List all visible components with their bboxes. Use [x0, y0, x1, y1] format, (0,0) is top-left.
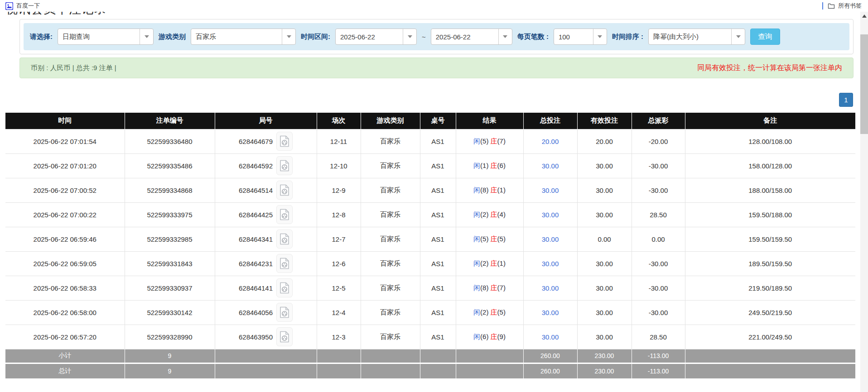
search-button[interactable]: 查询	[750, 29, 780, 45]
cell-payout: -30.00	[632, 153, 685, 178]
cell-payout: 28.50	[632, 202, 685, 227]
cell-total-bet[interactable]: 30.00	[523, 153, 577, 178]
cell-round-no: 628464425	[215, 202, 317, 227]
cell-payout: 28.50	[632, 325, 685, 349]
total-row-cell	[456, 363, 523, 378]
cell-session: 12-4	[317, 300, 361, 325]
cell-total-bet[interactable]: 30.00	[523, 251, 577, 276]
total-row-cell: 9	[125, 363, 215, 378]
total-bet-link[interactable]: 20.00	[542, 138, 559, 145]
total-row-cell: 230.00	[577, 363, 632, 378]
table-row: 2025-06-22 07:01:20522599335486628464592…	[5, 153, 855, 178]
round-number: 628464141	[239, 284, 273, 292]
cell-result: 闲(6) 庄(9)	[456, 325, 523, 349]
cell-total-bet[interactable]: 30.00	[523, 178, 577, 202]
cell-bet-no: 522599328990	[125, 325, 215, 349]
cell-total-bet[interactable]: 30.00	[523, 202, 577, 227]
cell-session: 12-3	[317, 325, 361, 349]
video-replay-button[interactable]	[276, 132, 293, 151]
total-row-cell: -113.00	[632, 363, 685, 378]
banker-score: (4)	[497, 210, 506, 218]
cell-result: 闲(2) 庄(4)	[456, 202, 523, 227]
video-replay-button[interactable]	[276, 303, 293, 322]
round-number: 628464679	[239, 138, 273, 145]
bookmark-baidu[interactable]: 百度一下	[5, 2, 40, 10]
video-replay-button[interactable]	[276, 181, 293, 200]
subtotal-row-cell: 小计	[5, 349, 125, 363]
cell-round-no: 628464679	[215, 129, 317, 153]
pagination-page-1[interactable]: 1	[839, 93, 853, 107]
cell-remark: 249.50/219.50	[685, 300, 855, 325]
round-number: 628464341	[239, 235, 273, 243]
player-score: (2)	[480, 210, 488, 218]
player-score: (2)	[480, 259, 488, 267]
video-replay-button[interactable]	[276, 229, 293, 249]
query-type-select[interactable]: 日期查询	[58, 29, 154, 45]
table-row: 2025-06-22 07:01:54522599336480628464679…	[5, 129, 855, 153]
table-row: 2025-06-22 06:58:00522599330142628464056…	[5, 300, 855, 325]
cell-table-no: AS1	[420, 178, 456, 202]
cell-round-no: 628464056	[215, 300, 317, 325]
video-replay-button[interactable]	[276, 327, 293, 346]
cell-result: 闲(2) 庄(5)	[456, 300, 523, 325]
cell-result: 闲(1) 庄(6)	[456, 153, 523, 178]
table-row: 2025-06-22 07:00:52522599334868628464514…	[5, 178, 855, 202]
video-replay-button[interactable]	[276, 278, 293, 297]
vertical-scrollbar[interactable]	[860, 12, 868, 392]
banker-score: (5)	[497, 308, 506, 316]
game-type-select[interactable]: 百家乐	[191, 29, 296, 45]
image-icon	[5, 2, 13, 10]
player-label: 闲	[473, 235, 480, 243]
cell-total-bet[interactable]: 30.00	[523, 300, 577, 325]
subtotal-row-cell	[685, 349, 855, 363]
cell-total-bet[interactable]: 20.00	[523, 129, 577, 153]
cell-session: 12-9	[317, 178, 361, 202]
cell-round-no: 628464231	[215, 251, 317, 276]
table-row: 2025-06-22 07:00:22522599333975628464425…	[5, 202, 855, 227]
round-number: 628464514	[239, 186, 273, 194]
page-size-select[interactable]: 100	[554, 29, 607, 45]
cell-bet-no: 522599330142	[125, 300, 215, 325]
banker-score: (1)	[497, 259, 506, 267]
chevron-down-icon	[403, 29, 416, 44]
all-bookmarks-button[interactable]: 所有书签	[828, 2, 862, 10]
cell-time: 2025-06-22 07:00:52	[5, 178, 125, 202]
cell-session: 12-10	[317, 153, 361, 178]
video-replay-button[interactable]	[276, 156, 293, 175]
folder-icon	[828, 3, 835, 9]
cell-total-bet[interactable]: 30.00	[523, 227, 577, 251]
total-bet-link[interactable]: 30.00	[542, 162, 559, 170]
page-size-value: 100	[554, 29, 593, 44]
sort-order-select[interactable]: 降幂(由大到小)	[648, 29, 745, 45]
scrollbar-thumb[interactable]	[860, 34, 868, 134]
cell-bet-no: 522599334868	[125, 178, 215, 202]
scroll-up-arrow-icon[interactable]	[860, 12, 868, 20]
total-bet-link[interactable]: 30.00	[542, 260, 559, 268]
subtotal-row-cell: -113.00	[632, 349, 685, 363]
player-score: (8)	[480, 284, 488, 292]
cell-total-bet[interactable]: 30.00	[523, 276, 577, 300]
column-header: 注单编号	[125, 113, 215, 129]
banker-label: 庄	[491, 284, 497, 292]
table-row: 2025-06-22 06:57:20522599328990628463950…	[5, 325, 855, 349]
cell-total-bet[interactable]: 30.00	[523, 325, 577, 349]
total-bet-link[interactable]: 30.00	[542, 284, 559, 292]
date-from-select[interactable]: 2025-06-22	[335, 29, 417, 45]
cell-valid-bet: 30.00	[577, 300, 632, 325]
video-replay-button[interactable]	[276, 205, 293, 224]
total-bet-link[interactable]: 30.00	[542, 309, 559, 316]
video-replay-button[interactable]	[276, 254, 293, 273]
player-label: 闲	[473, 259, 480, 267]
player-label: 闲	[473, 308, 480, 316]
cell-valid-bet: 30.00	[577, 202, 632, 227]
round-number: 628464592	[239, 162, 273, 170]
banker-label: 庄	[491, 235, 497, 243]
chevron-down-icon	[282, 29, 295, 44]
total-bet-link[interactable]: 30.00	[542, 333, 559, 341]
cell-bet-no: 522599331843	[125, 251, 215, 276]
total-bet-link[interactable]: 30.00	[542, 186, 559, 194]
date-to-select[interactable]: 2025-06-22	[431, 29, 512, 45]
total-bet-link[interactable]: 30.00	[542, 235, 559, 243]
total-bet-link[interactable]: 30.00	[542, 211, 559, 219]
cell-remark: 158.00/128.00	[685, 153, 855, 178]
